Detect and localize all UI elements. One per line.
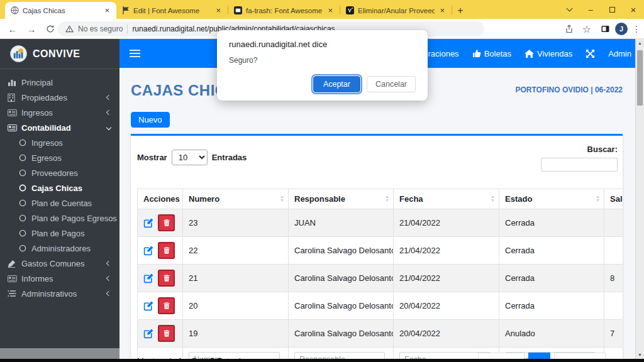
globe-icon — [11, 6, 19, 14]
sidebar-item-propiedades[interactable]: Propiedades — [0, 90, 119, 105]
edit-icon[interactable] — [143, 329, 153, 339]
tab-eliminar-proveedores[interactable]: Eliminar/Anular Proveedores – W × — [340, 2, 452, 19]
new-tab-button[interactable]: + — [452, 3, 469, 19]
edit-icon[interactable] — [143, 301, 153, 311]
cell-responsable: Carolina Salvago Delosantos — [289, 237, 394, 265]
flag-icon — [122, 6, 130, 14]
sidebar-subitem-cajas-chicas[interactable]: Cajas Chicas — [0, 180, 119, 195]
edit-icon[interactable] — [143, 273, 153, 283]
cell-estado: Cerrada — [499, 265, 604, 292]
table-row: 21 Carolina Salvago Delosantos 21/04/202… — [138, 265, 623, 292]
close-icon[interactable]: × — [214, 6, 222, 14]
sort-icon: ▲▼ — [280, 195, 284, 203]
sidebar-item-contabilidad[interactable]: Contabilidad — [0, 120, 119, 135]
brand-name: CONVIVE — [33, 48, 80, 60]
page-scrollbar[interactable]: ▲ ▼ — [635, 39, 644, 359]
column-header-responsable[interactable]: Responsable▲▼ — [289, 189, 394, 209]
sidebar-item-principal[interactable]: Principal — [0, 75, 119, 90]
tab-fa-trash[interactable]: fa-trash: Font Awesome Icons × — [228, 2, 340, 19]
delete-button[interactable] — [158, 242, 175, 259]
scroll-up-icon[interactable]: ▲ — [636, 41, 644, 45]
close-icon[interactable]: × — [103, 6, 111, 14]
pagination-prev-button[interactable]: Anterior — [478, 353, 525, 359]
circle-icon — [19, 199, 31, 207]
scroll-down-icon[interactable]: ▼ — [636, 353, 644, 357]
close-icon[interactable]: × — [438, 6, 446, 14]
profile-avatar[interactable]: J — [615, 23, 628, 35]
sidebar-subitem-ingresos[interactable]: Ingresos — [0, 135, 119, 150]
cancel-button[interactable]: Cancelar — [367, 76, 416, 92]
money-check-icon — [8, 275, 21, 282]
sidebar-item-gastos-comunes[interactable]: Gastos Comunes — [0, 256, 119, 271]
column-header-acciones[interactable]: Acciones▲ — [138, 189, 183, 209]
bookmark-star-icon[interactable]: ☆ — [579, 19, 594, 39]
cajas-chicas-table: Acciones▲ Numero▲▼ Responsable▲▼ Fecha▲▼… — [137, 189, 623, 359]
search-input[interactable] — [541, 158, 618, 172]
sidebar-subitem-plan-de-pagos[interactable]: Plan de Pagos — [0, 226, 119, 241]
nav-admin[interactable]: Admin — [608, 49, 631, 58]
new-button[interactable]: Nuevo — [131, 112, 170, 128]
money-check-icon — [8, 109, 21, 116]
delete-button[interactable] — [158, 325, 175, 342]
nav-boletas[interactable]: Boletas — [472, 49, 511, 58]
column-header-fecha[interactable]: Fecha▲▼ — [394, 189, 499, 209]
page-size-select[interactable]: 10 — [172, 150, 208, 165]
brand[interactable]: CONVIVE — [0, 39, 119, 69]
context-label: PORTOFINO OVIDIO | 06-2022 — [515, 85, 623, 94]
chevron-down-icon[interactable] — [558, 0, 580, 19]
chevron-left-icon — [106, 261, 111, 266]
table-row: 23 JUAN 21/04/2022 Cerrada — [138, 209, 623, 237]
pagination-next-button[interactable]: Siguiente — [554, 353, 606, 359]
back-icon[interactable]: ← — [5, 19, 20, 39]
hamburger-icon[interactable] — [130, 53, 140, 54]
cell-fecha: 20/04/2022 — [394, 320, 499, 348]
tab-cajas-chicas[interactable]: Cajas Chicas × — [5, 2, 116, 19]
tab-title: Eliminar/Anular Proveedores – W — [358, 7, 435, 14]
sidebar-subitem-proveedores[interactable]: Proveedores — [0, 165, 119, 180]
delete-button[interactable] — [158, 297, 175, 314]
nav-viviendas[interactable]: Viviendas — [525, 49, 572, 58]
sidebar-subitem-plan-de-cuentas[interactable]: Plan de Cuentas — [0, 195, 119, 211]
forward-icon[interactable]: → — [24, 19, 39, 39]
window-controls: – × — [558, 0, 644, 19]
cell-fecha: 21/04/2022 — [394, 237, 499, 265]
close-icon[interactable]: × — [326, 6, 334, 14]
accept-button[interactable]: Aceptar — [313, 76, 360, 92]
expand-icon[interactable] — [586, 49, 595, 58]
cell-saldo — [604, 292, 623, 320]
side-panel-icon[interactable] — [597, 19, 613, 39]
column-header-saldo[interactable]: Saldo — [604, 189, 623, 209]
tab-edit-font-awesome[interactable]: Edit | Font Awesome × — [116, 2, 228, 19]
table-row: 20 Carolina Salvago Delosantos 20/04/202… — [138, 292, 623, 320]
reload-icon[interactable] — [43, 19, 58, 39]
scrollbar-thumb[interactable] — [637, 50, 643, 106]
minimize-button[interactable]: – — [580, 0, 601, 19]
share-icon[interactable] — [562, 19, 577, 39]
dialog-message: Seguro? — [229, 56, 416, 65]
sidebar-subitem-egresos[interactable]: Egresos — [0, 150, 119, 165]
sidebar-subitem-plan-de-pagos-egresos[interactable]: Plan de Pagos Egresos — [0, 211, 119, 226]
edit-icon[interactable] — [143, 218, 153, 228]
sidebar-item-administrativos[interactable]: Administrativos — [0, 286, 119, 301]
sidebar-item-informes[interactable]: Informes — [0, 271, 119, 286]
column-header-estado[interactable]: Estado▲▼ — [499, 189, 604, 209]
browser-tab-strip: Cajas Chicas × Edit | Font Awesome × fa-… — [0, 0, 644, 19]
cell-estado: Cerrada — [499, 292, 604, 320]
circle-icon — [19, 184, 31, 192]
security-label[interactable]: No es seguro — [78, 25, 123, 33]
pagination-page-1-button[interactable]: 1 — [528, 353, 550, 359]
cell-fecha: 21/04/2022 — [394, 209, 499, 237]
delete-button[interactable] — [158, 214, 175, 231]
warning-icon — [65, 25, 74, 33]
edit-icon[interactable] — [143, 246, 153, 256]
delete-button[interactable] — [158, 270, 175, 287]
tab-title: Edit | Font Awesome — [133, 7, 211, 14]
maximize-button[interactable] — [601, 0, 623, 19]
cell-saldo: 7 — [604, 320, 623, 348]
sidebar-subitem-administradores[interactable]: Administradores — [0, 241, 119, 256]
column-header-numero[interactable]: Numero▲▼ — [183, 189, 289, 209]
close-window-button[interactable]: × — [623, 0, 644, 19]
menu-dots-icon[interactable]: ⋮ — [629, 19, 644, 39]
sidebar-item-ingresos[interactable]: Ingresos — [0, 105, 119, 120]
cell-estado: Cerrada — [499, 237, 604, 265]
